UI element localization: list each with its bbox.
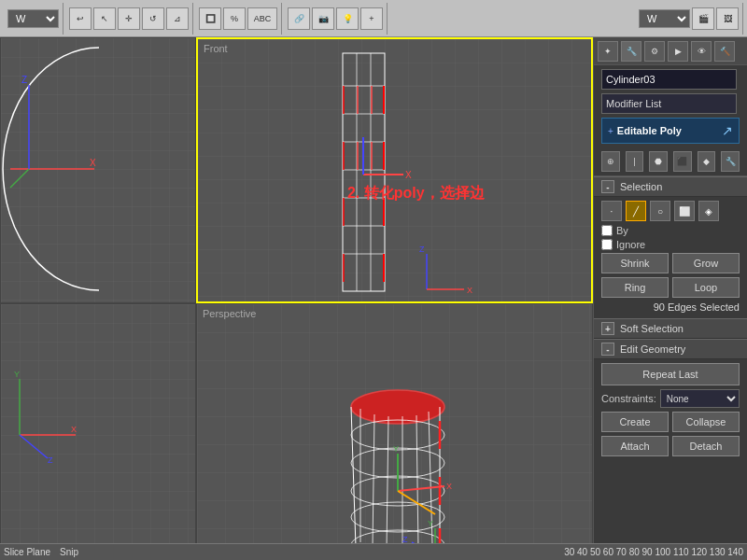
link-btn[interactable]: 🔗 — [288, 7, 310, 30]
utilities-panel-btn[interactable]: 🔨 — [714, 41, 735, 62]
sub-icon-3[interactable]: ⬣ — [649, 151, 668, 172]
viewport-selector-section: W — [4, 3, 63, 35]
constraints-dropdown[interactable]: None — [660, 389, 740, 408]
svg-text:Z: Z — [48, 455, 53, 465]
constraints-label: Constraints: — [601, 393, 656, 404]
svg-rect-43 — [197, 304, 592, 559]
abc-btn[interactable]: ABC — [247, 7, 277, 30]
light-btn[interactable]: 💡 — [336, 7, 359, 30]
ignore-label: Ignore — [616, 239, 645, 250]
attach-detach-row: Attach Detach — [601, 436, 740, 456]
border-mode-btn[interactable]: ○ — [650, 201, 670, 221]
collapse-button[interactable]: Collapse — [672, 412, 740, 432]
detach-button[interactable]: Detach — [672, 436, 740, 456]
constraints-row: Constraints: None — [601, 389, 740, 408]
attach-button[interactable]: Attach — [601, 436, 669, 456]
viewport-dropdown[interactable]: W — [7, 9, 59, 28]
modify-panel-btn[interactable]: 🔧 — [621, 41, 641, 62]
svg-rect-6 — [198, 39, 591, 301]
panel-icon-row: ⊕ | ⬣ ⬛ ◆ 🔧 — [594, 147, 747, 176]
camera-btn[interactable]: 📷 — [312, 7, 334, 30]
soft-selection-toggle[interactable]: + — [601, 322, 614, 335]
snap2-btn[interactable]: % — [223, 7, 246, 30]
render-viewport-dropdown[interactable]: W — [639, 9, 690, 28]
status-slice-label: Slice Plane — [4, 547, 50, 557]
svg-rect-0 — [1, 38, 195, 302]
modifier-list-dropdown[interactable]: Modifier List — [601, 93, 737, 114]
hierarchy-panel-btn[interactable]: ⚙ — [644, 41, 665, 62]
viewport-label-perspective: Perspective — [203, 308, 256, 319]
by-checkbox[interactable] — [601, 225, 613, 236]
snap-btn[interactable]: 🔲 — [199, 7, 221, 30]
status-snip-label: Snip — [60, 547, 78, 557]
edit-geometry-toggle[interactable]: - — [601, 343, 614, 356]
undo-btn[interactable]: ↩ — [69, 7, 92, 30]
toolbar-section-2: 🔲 % ABC — [195, 3, 282, 35]
svg-text:Y: Y — [428, 519, 433, 528]
create-collapse-row: Create Collapse — [601, 412, 740, 432]
modifier-name-label: Editable Poly — [617, 125, 682, 136]
viewport-topleft[interactable]: X Z — [0, 37, 196, 303]
render-btn[interactable]: 🎬 — [692, 7, 714, 30]
select-btn[interactable]: ↖ — [93, 7, 116, 30]
edit-geometry-header[interactable]: - Edit Geometry — [594, 339, 747, 359]
grow-button[interactable]: Grow — [672, 253, 740, 273]
grid-bottomleft: X Y Z — [1, 304, 195, 559]
viewport-bottomleft[interactable]: X Y Z — [0, 303, 196, 560]
loop-button[interactable]: Loop — [672, 277, 740, 298]
repeat-last-button[interactable]: Repeat Last — [601, 363, 740, 385]
sub-icon-2[interactable]: | — [626, 151, 644, 172]
rotate-btn[interactable]: ↺ — [142, 7, 164, 30]
edge-mode-btn[interactable]: ╱ — [626, 201, 646, 221]
create-panel-btn[interactable]: ✦ — [598, 41, 618, 62]
soft-selection-header[interactable]: + Soft Selection — [594, 318, 747, 339]
viewport-topright[interactable]: Front — [196, 37, 593, 303]
sub-icon-4[interactable]: ⬛ — [673, 151, 692, 172]
helper-btn[interactable]: + — [360, 7, 383, 30]
svg-text:X: X — [71, 425, 77, 434]
grid-topright: X Z X — [198, 39, 591, 301]
sub-icon-6[interactable]: 🔧 — [721, 151, 740, 172]
grid-perspective: X Y Y X Z — [197, 304, 592, 559]
display-panel-btn[interactable]: 👁 — [691, 41, 712, 62]
edges-selected-label: 90 Edges Selected — [601, 301, 740, 313]
move-btn[interactable]: ✛ — [118, 7, 140, 30]
edit-geometry-content: Repeat Last Constraints: None Create Col… — [594, 359, 747, 464]
create-button[interactable]: Create — [601, 412, 669, 432]
ring-button[interactable]: Ring — [601, 277, 669, 298]
modifier-stack-item[interactable]: + Editable Poly ↗ — [601, 118, 740, 144]
svg-text:X: X — [446, 482, 452, 491]
selection-section-header[interactable]: - Selection — [594, 176, 747, 197]
toolbar-section-1: ↩ ↖ ✛ ↺ ⊿ — [65, 3, 193, 35]
selection-content: · ╱ ○ ⬜ ◈ By Ignore Shrink Grow Ring Loo… — [594, 197, 747, 318]
shrink-button[interactable]: Shrink — [601, 253, 669, 273]
svg-point-44 — [351, 390, 444, 424]
svg-text:X: X — [405, 170, 412, 180]
svg-text:Y: Y — [393, 444, 399, 454]
main-area: X Z Front — [0, 37, 747, 560]
status-snip: Snip — [60, 547, 78, 557]
by-label: By — [616, 225, 628, 236]
ignore-checkbox[interactable] — [601, 239, 613, 250]
svg-text:Z: Z — [21, 75, 27, 85]
scale-btn[interactable]: ⊿ — [166, 7, 189, 30]
sub-icon-1[interactable]: ⊕ — [601, 151, 620, 172]
viewport-label-front: Front — [204, 43, 228, 54]
status-slice-plane: Slice Plane — [4, 547, 50, 557]
toolbar-section-render: W 🎬 🖼 — [635, 3, 743, 35]
annotation-chinese: 2. 转化poly，选择边 — [347, 184, 485, 203]
selection-section-label: Selection — [620, 181, 662, 192]
viewport-perspective[interactable]: Perspective — [196, 303, 593, 560]
viewport-container: X Z Front — [0, 37, 593, 560]
object-name-input[interactable] — [601, 69, 737, 90]
selection-toggle[interactable]: - — [601, 180, 614, 193]
svg-text:X: X — [90, 158, 96, 168]
motion-panel-btn[interactable]: ▶ — [668, 41, 688, 62]
by-checkbox-row: By — [601, 225, 740, 236]
render2-btn[interactable]: 🖼 — [716, 7, 739, 30]
poly-mode-btn[interactable]: ⬜ — [674, 201, 695, 221]
vertex-mode-btn[interactable]: · — [601, 201, 622, 221]
element-mode-btn[interactable]: ◈ — [698, 201, 719, 221]
svg-text:Y: Y — [14, 370, 20, 379]
sub-icon-5[interactable]: ◆ — [698, 151, 716, 172]
